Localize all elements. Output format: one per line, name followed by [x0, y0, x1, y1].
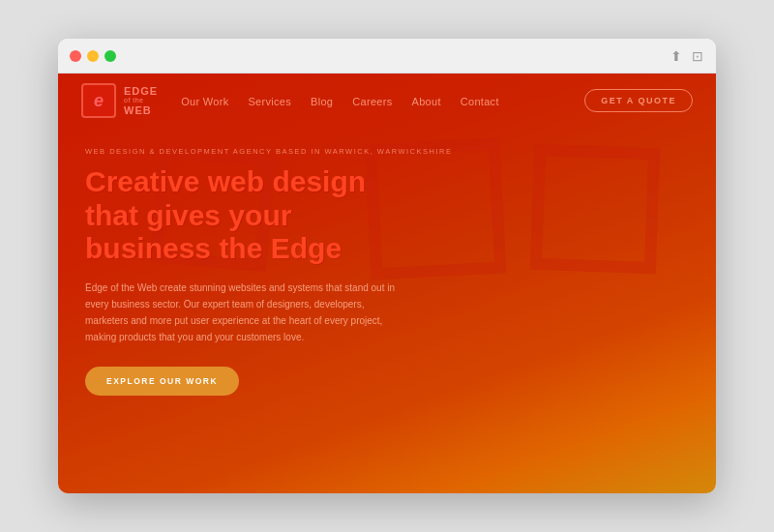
browser-actions: ⬆ ⊡	[670, 49, 704, 63]
hero-title-line1: Creative web design	[85, 165, 366, 197]
nav-link-our-work[interactable]: Our Work	[181, 96, 228, 107]
nav-item-about[interactable]: About	[412, 92, 441, 109]
nav-link-contact[interactable]: Contact	[461, 96, 499, 107]
hero-title-line2: that gives your	[85, 199, 291, 231]
hero-description: Edge of the Web create stunning websites…	[85, 280, 395, 345]
logo-icon: e	[81, 83, 116, 118]
dot-yellow[interactable]	[87, 50, 99, 62]
get-a-quote-button[interactable]: GET A QUOTE	[584, 89, 693, 112]
dot-red[interactable]	[70, 50, 81, 62]
logo[interactable]: e EDGE of the WEB	[81, 83, 158, 118]
logo-of-the-label: of the	[124, 97, 158, 104]
share-icon[interactable]: ⬆	[670, 49, 683, 63]
hero-section: WEB DESIGN & DEVELOPMENT AGENCY BASED IN…	[58, 128, 716, 396]
browser-chrome: ⬆ ⊡	[58, 39, 716, 74]
logo-text: EDGE of the WEB	[124, 85, 158, 116]
hero-subtitle: WEB DESIGN & DEVELOPMENT AGENCY BASED IN…	[85, 147, 689, 156]
browser-window: ⬆ ⊡ e EDGE of the WEB Our Work	[58, 39, 716, 493]
website-content: e EDGE of the WEB Our Work Services Blog	[58, 74, 716, 493]
hero-title: Creative web design that gives your busi…	[85, 165, 689, 266]
fullscreen-icon[interactable]: ⊡	[691, 49, 704, 63]
logo-edge-label: EDGE	[124, 85, 158, 97]
nav-links: Our Work Services Blog Careers About Con…	[181, 92, 499, 109]
nav-item-blog[interactable]: Blog	[311, 92, 333, 109]
explore-our-work-button[interactable]: EXPLORE OUR WORK	[85, 367, 239, 396]
nav-link-about[interactable]: About	[412, 96, 441, 107]
nav-item-our-work[interactable]: Our Work	[181, 92, 228, 109]
logo-web-label: WEB	[124, 104, 158, 116]
nav-link-blog[interactable]: Blog	[311, 96, 333, 107]
navbar: e EDGE of the WEB Our Work Services Blog	[58, 74, 716, 128]
nav-item-services[interactable]: Services	[248, 92, 291, 109]
nav-link-services[interactable]: Services	[248, 96, 291, 107]
nav-item-careers[interactable]: Careers	[352, 92, 392, 109]
nav-link-careers[interactable]: Careers	[352, 96, 392, 107]
hero-title-line3: business the Edge	[85, 232, 342, 264]
nav-item-contact[interactable]: Contact	[461, 92, 499, 109]
dot-green[interactable]	[104, 50, 116, 62]
